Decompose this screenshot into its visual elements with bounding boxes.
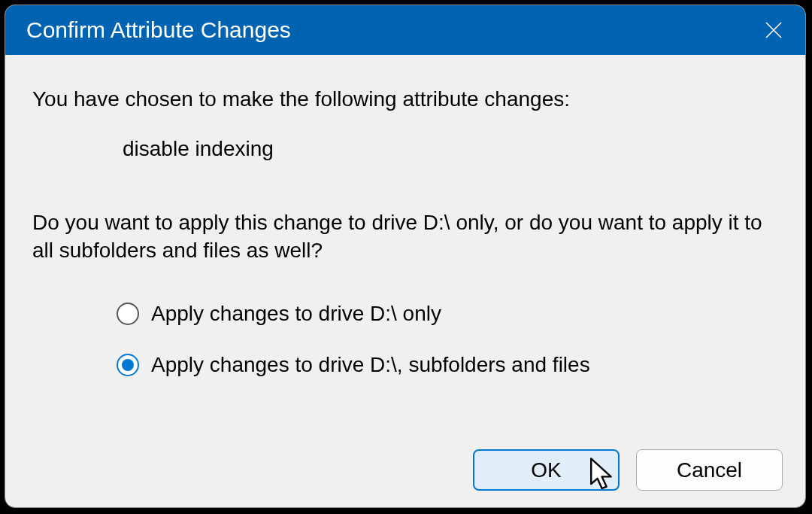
dialog-title: Confirm Attribute Changes: [26, 17, 291, 43]
close-icon: [764, 20, 783, 40]
option-label: Apply changes to drive D:\ only: [151, 300, 441, 328]
option-label: Apply changes to drive D:\, subfolders a…: [151, 351, 590, 379]
dialog-body: You have chosen to make the following at…: [5, 55, 805, 379]
options-group: Apply changes to drive D:\ only Apply ch…: [117, 300, 778, 379]
titlebar: Confirm Attribute Changes: [5, 5, 805, 55]
option-recursive[interactable]: Apply changes to drive D:\, subfolders a…: [117, 351, 778, 379]
close-button[interactable]: [760, 17, 787, 44]
radio-icon: [117, 354, 139, 376]
confirm-attribute-changes-dialog: Confirm Attribute Changes You have chose…: [5, 5, 806, 508]
question-text: Do you want to apply this change to driv…: [32, 208, 778, 266]
intro-text: You have chosen to make the following at…: [32, 85, 778, 114]
option-drive-only[interactable]: Apply changes to drive D:\ only: [117, 300, 778, 328]
ok-button[interactable]: OK: [473, 449, 620, 491]
dialog-footer: OK Cancel: [473, 449, 783, 491]
cancel-button[interactable]: Cancel: [636, 449, 783, 491]
radio-icon: [117, 303, 139, 325]
change-item: disable indexing: [123, 135, 778, 163]
